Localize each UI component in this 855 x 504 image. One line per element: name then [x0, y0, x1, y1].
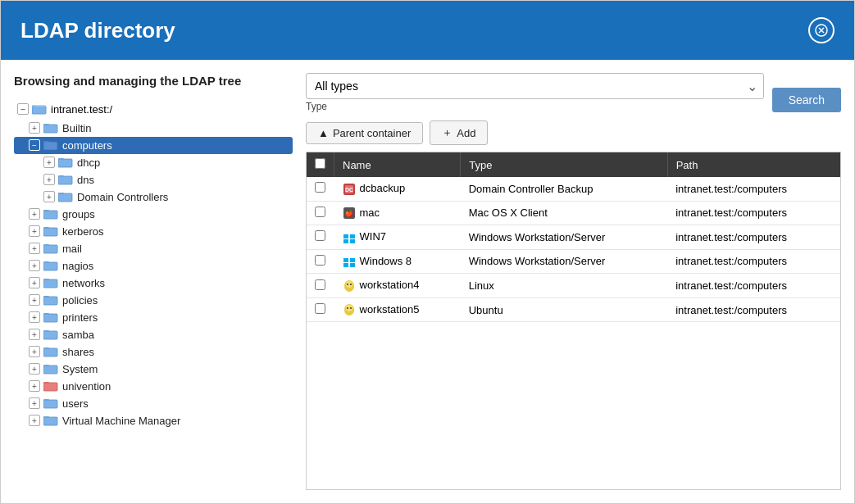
row-checkbox[interactable] — [315, 230, 325, 241]
folder-icon — [43, 260, 58, 271]
type-select[interactable]: All typesDomain Controller BackupMac OS … — [306, 73, 764, 99]
table-row[interactable]: workstation4Linuxintranet.test:/computer… — [307, 274, 840, 298]
tree-item[interactable]: + samba — [14, 326, 293, 343]
tree-item-label: groups — [62, 208, 95, 220]
row-type-cell: Windows Workstation/Server — [461, 225, 667, 250]
folder-icon — [43, 225, 58, 237]
tree-expand-btn[interactable]: + — [29, 260, 40, 271]
folder-icon — [43, 294, 58, 306]
tree-item[interactable]: + shares — [14, 343, 293, 361]
tree-item-label: univention — [62, 380, 111, 393]
svg-text:🍎: 🍎 — [345, 209, 353, 217]
root-folder-icon — [32, 103, 47, 115]
row-type-cell: Linux — [461, 274, 667, 298]
row-checkbox[interactable] — [315, 255, 325, 266]
tree-item[interactable]: + groups — [14, 206, 293, 223]
svg-rect-39 — [43, 417, 57, 425]
tree-expand-btn[interactable]: + — [29, 243, 40, 254]
tree-item[interactable]: + networks — [14, 275, 293, 292]
tree-item-label: samba — [62, 329, 94, 341]
tree-item-label: users — [62, 397, 89, 410]
svg-rect-46 — [350, 234, 355, 238]
folder-icon — [43, 277, 58, 288]
tree-expand-btn[interactable]: + — [29, 294, 40, 306]
tree-item-label: computers — [62, 139, 112, 152]
tree-item-label: policies — [62, 294, 98, 306]
tree-collapse-root[interactable]: − — [17, 103, 29, 115]
parent-container-label: Parent container — [333, 127, 411, 139]
tree-expand-btn[interactable]: + — [43, 174, 55, 185]
row-checkbox[interactable] — [315, 182, 325, 193]
table-row[interactable]: Windows 8Windows Workstation/Serverintra… — [307, 249, 840, 274]
table-row[interactable]: workstation5Ubuntuintranet.test:/compute… — [307, 297, 840, 322]
tree-expand-btn[interactable]: + — [29, 277, 40, 288]
tree-item-label: shares — [62, 346, 94, 358]
chevron-up-icon: ▲ — [318, 127, 329, 139]
svg-rect-35 — [43, 383, 57, 391]
tree-item[interactable]: + policies — [14, 292, 293, 309]
tree-item[interactable]: − computers — [14, 137, 293, 154]
row-name: mac — [360, 207, 380, 219]
svg-point-59 — [347, 307, 348, 309]
row-checkbox[interactable] — [315, 207, 325, 217]
tree-expand-btn[interactable]: + — [29, 122, 40, 134]
tree-expand-btn[interactable]: + — [29, 346, 40, 357]
tree-expand-btn[interactable]: + — [43, 191, 55, 202]
tree-expand-btn[interactable]: + — [29, 415, 40, 426]
add-button[interactable]: ＋ Add — [430, 120, 488, 145]
dialog-header: LDAP directory — [1, 1, 854, 60]
tree-expand-btn[interactable]: + — [29, 208, 40, 220]
folder-icon — [43, 243, 58, 254]
folder-icon — [58, 191, 73, 202]
table-row[interactable]: DCdcbackupDomain Controller Backupintran… — [307, 177, 840, 201]
row-name: workstation4 — [360, 279, 420, 291]
folder-icon — [43, 415, 58, 426]
tree-expand-btn[interactable]: + — [29, 329, 40, 340]
row-checkbox[interactable] — [315, 279, 325, 290]
svg-rect-13 — [58, 193, 72, 202]
tree-expand-btn[interactable]: + — [29, 225, 40, 237]
tree-item[interactable]: + Builtin — [14, 120, 293, 137]
plus-icon: ＋ — [442, 125, 453, 140]
tree-item[interactable]: + dns — [14, 171, 293, 188]
tree-item-label: mail — [62, 243, 82, 255]
tree-expand-btn[interactable]: + — [29, 397, 40, 409]
table-row[interactable]: WIN7Windows Workstation/Serverintranet.t… — [307, 225, 840, 250]
tree-expand-btn[interactable]: + — [29, 363, 40, 375]
tree-item[interactable]: + univention — [14, 378, 293, 395]
tree-item[interactable]: + System — [14, 361, 293, 378]
table-row[interactable]: 🍎macMac OS X Clientintranet.test:/comput… — [307, 201, 840, 225]
root-label[interactable]: intranet.test:/ — [51, 103, 112, 116]
folder-icon — [58, 157, 73, 168]
th-type: Type — [461, 152, 667, 177]
svg-rect-3 — [32, 106, 46, 114]
folder-icon — [43, 139, 58, 151]
row-path-cell: intranet.test:/computers — [667, 177, 840, 201]
tree-item[interactable]: + nagios — [14, 257, 293, 275]
svg-rect-9 — [58, 159, 72, 167]
row-name-cell: WIN7 — [334, 225, 461, 250]
filter-row: All typesDomain Controller BackupMac OS … — [306, 73, 841, 112]
tree-expand-btn[interactable]: + — [29, 380, 40, 392]
tree-item[interactable]: + printers — [14, 309, 293, 326]
search-button[interactable]: Search — [772, 88, 841, 112]
row-checkbox[interactable] — [315, 303, 325, 314]
tree-expand-btn[interactable]: + — [43, 157, 55, 168]
tree-item[interactable]: + users — [14, 395, 293, 412]
select-all-checkbox[interactable] — [315, 158, 325, 169]
tree-item[interactable]: + dhcp — [14, 154, 293, 171]
tree-expand-btn[interactable]: − — [29, 139, 40, 151]
tree-item-label: Builtin — [62, 122, 91, 134]
row-path-cell: intranet.test:/computers — [667, 225, 840, 250]
row-path-cell: intranet.test:/computers — [667, 274, 840, 298]
tree-item[interactable]: + Virtual Machine Manager — [14, 412, 293, 429]
parent-container-button[interactable]: ▲ Parent container — [306, 122, 423, 144]
tree-item[interactable]: + Domain Controllers — [14, 188, 293, 206]
folder-icon — [43, 122, 58, 134]
close-button[interactable] — [808, 17, 835, 43]
tree-item[interactable]: + mail — [14, 240, 293, 257]
svg-rect-37 — [43, 400, 57, 408]
row-checkbox-cell — [307, 274, 334, 298]
tree-item[interactable]: + kerberos — [14, 223, 293, 240]
tree-expand-btn[interactable]: + — [29, 311, 40, 323]
